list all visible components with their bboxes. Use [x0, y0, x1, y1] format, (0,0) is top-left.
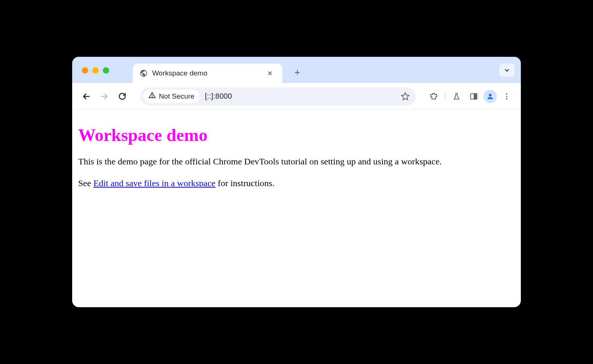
security-chip[interactable]: Not Secure	[143, 90, 200, 103]
back-button[interactable]	[79, 89, 94, 104]
page-content: Workspace demo This is the demo page for…	[72, 110, 521, 206]
extensions-button[interactable]	[426, 89, 441, 104]
tab-search-button[interactable]	[499, 64, 515, 77]
forward-button[interactable]	[97, 89, 112, 104]
svg-point-6	[506, 96, 507, 97]
profile-button[interactable]	[483, 90, 497, 103]
browser-toolbar: Not Secure [::]:8000	[72, 83, 521, 110]
svg-point-7	[506, 98, 507, 99]
tab-title: Workspace demo	[152, 69, 262, 77]
side-panel-button[interactable]	[466, 89, 481, 104]
reload-button[interactable]	[115, 89, 130, 104]
page-heading: Workspace demo	[78, 125, 515, 145]
browser-tab[interactable]: Workspace demo	[133, 64, 282, 83]
svg-rect-3	[474, 93, 477, 99]
instructions-link[interactable]: Edit and save files in a workspace	[93, 178, 216, 188]
toolbar-divider	[445, 92, 445, 101]
close-tab-button[interactable]	[267, 70, 273, 77]
svg-point-4	[489, 93, 491, 96]
close-window-button[interactable]	[82, 67, 88, 74]
labs-button[interactable]	[449, 89, 464, 104]
paragraph-prefix: See	[78, 178, 93, 188]
paragraph-suffix: for instructions.	[215, 178, 274, 188]
warning-icon	[148, 92, 156, 101]
security-label: Not Secure	[159, 92, 194, 101]
page-paragraph-1: This is the demo page for the official C…	[78, 155, 515, 167]
toolbar-actions	[426, 89, 514, 104]
minimize-window-button[interactable]	[92, 67, 99, 74]
page-paragraph-2: See Edit and save files in a workspace f…	[78, 177, 515, 189]
window-controls	[82, 67, 109, 74]
bookmark-button[interactable]	[398, 89, 413, 104]
url-text: [::]:8000	[202, 92, 396, 101]
svg-point-1	[152, 97, 152, 97]
svg-point-5	[506, 93, 507, 95]
globe-icon	[139, 69, 148, 77]
maximize-window-button[interactable]	[103, 67, 109, 74]
address-bar[interactable]: Not Secure [::]:8000	[140, 87, 416, 105]
tab-strip: Workspace demo	[72, 57, 521, 83]
new-tab-button[interactable]	[290, 65, 305, 80]
menu-button[interactable]	[499, 89, 514, 104]
browser-window: Workspace demo Not Secure	[72, 57, 521, 307]
